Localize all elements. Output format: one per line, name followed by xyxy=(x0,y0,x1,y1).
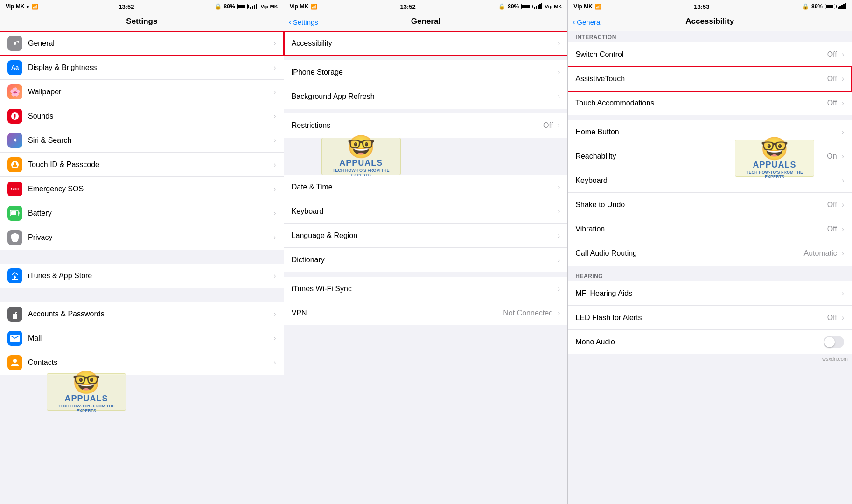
acc-item-reachability[interactable]: Reachability 🤓 APPUALS TECH HOW-TO'S FRO… xyxy=(568,144,852,168)
chevron-contacts: › xyxy=(273,358,276,367)
carrier-right-2: Vip MK xyxy=(545,4,562,9)
panel-accessibility: Vip MK 📶 13:53 🔒 89% ‹ General Accessibi… xyxy=(568,0,852,504)
chevron-ledflash: › xyxy=(842,314,844,322)
general-item-sync[interactable]: iTunes Wi-Fi Sync › xyxy=(284,277,568,301)
wallpaper-icon: 🌸 xyxy=(7,84,22,99)
status-bar-1: Vip MK ● 📶 13:52 🔒 89% Vip MK xyxy=(0,0,284,13)
nav-back-3[interactable]: ‹ General xyxy=(573,18,601,26)
monoaudio-label: Mono Audio xyxy=(575,338,824,346)
chevron-storage: › xyxy=(558,68,560,77)
carrier-1: Vip MK ● xyxy=(6,3,29,10)
gap-a1 xyxy=(568,115,852,120)
chevron-wallpaper: › xyxy=(273,88,276,96)
wallpaper-label: Wallpaper xyxy=(28,88,272,96)
back-label-3: General xyxy=(577,18,601,26)
svg-rect-11 xyxy=(539,4,541,9)
acc-item-callaudio[interactable]: Call Audio Routing Automatic › xyxy=(568,241,852,266)
display-label: Display & Brightness xyxy=(28,63,272,72)
chevron-display: › xyxy=(273,63,276,72)
settings-item-wallpaper[interactable]: 🌸 Wallpaper › xyxy=(0,80,284,104)
acc-item-homebutton[interactable]: Home Button › xyxy=(568,120,852,144)
refresh-label: Background App Refresh xyxy=(292,92,556,101)
appstore-label: iTunes & App Store xyxy=(28,272,272,280)
general-scroll[interactable]: Accessibility › iPhone Storage › Backgro… xyxy=(284,31,568,504)
chevron-mfi: › xyxy=(842,289,844,298)
acc-item-switchcontrol[interactable]: Switch Control Off › xyxy=(568,42,852,67)
svg-rect-8 xyxy=(534,7,535,9)
general-item-datetime[interactable]: Date & Time › xyxy=(284,175,568,199)
status-left-2: Vip MK 📶 xyxy=(290,3,317,10)
general-item-language[interactable]: Language & Region › xyxy=(284,224,568,248)
battery-pct-2: 89% xyxy=(508,3,519,10)
homebutton-section: Home Button › Reachability 🤓 APPUALS TEC… xyxy=(568,120,852,266)
chevron-accounts: › xyxy=(273,310,276,318)
interaction-section: Switch Control Off › AssistiveTouch Off … xyxy=(568,42,852,115)
display-section: Aa Display & Brightness › 🌸 Wallpaper › … xyxy=(0,56,284,250)
general-item-vpn[interactable]: VPN Not Connected › xyxy=(284,301,568,325)
nav-back-2[interactable]: ‹ Settings xyxy=(289,18,318,26)
toggle-knob xyxy=(824,337,835,347)
wifi-icon-1: 📶 xyxy=(32,4,38,10)
settings-item-contacts[interactable]: Contacts › xyxy=(0,350,284,375)
gap-g2 xyxy=(284,109,568,113)
chevron-touchacc: › xyxy=(842,99,844,107)
acc-item-shakeundo[interactable]: Shake to Undo Off › xyxy=(568,193,852,217)
status-right-1: 🔒 89% Vip MK xyxy=(215,3,278,10)
settings-item-sounds[interactable]: Sounds › xyxy=(0,104,284,128)
back-chevron-2: ‹ xyxy=(289,18,292,26)
general-item-dictionary[interactable]: Dictionary › xyxy=(284,248,568,272)
acc-item-ledflash[interactable]: LED Flash for Alerts Off › xyxy=(568,306,852,330)
settings-item-appstore[interactable]: iTunes & App Store › xyxy=(0,264,284,288)
chevron-siri: › xyxy=(273,136,276,145)
hearing-header: HEARING xyxy=(568,270,852,281)
settings-item-display[interactable]: Aa Display & Brightness › xyxy=(0,56,284,80)
acc-item-mfi[interactable]: MFi Hearing Aids › xyxy=(568,281,852,306)
general-item-refresh[interactable]: Background App Refresh › xyxy=(284,84,568,109)
panel-settings: Vip MK ● 📶 13:52 🔒 89% Vip MK Settings xyxy=(0,0,284,504)
chevron-mail: › xyxy=(273,334,276,343)
settings-item-touchid[interactable]: Touch ID & Passcode › xyxy=(0,153,284,177)
accessibility-label: Accessibility xyxy=(292,39,556,48)
mail-icon xyxy=(7,331,22,346)
acc-item-vibration[interactable]: Vibration Off › xyxy=(568,217,852,241)
settings-item-privacy[interactable]: Privacy › xyxy=(0,225,284,250)
switchcontrol-label: Switch Control xyxy=(575,50,827,59)
carrier-right-1: Vip MK xyxy=(261,4,278,9)
chevron-switchcontrol: › xyxy=(842,50,844,59)
settings-item-battery[interactable]: Battery › xyxy=(0,201,284,225)
back-chevron-3: ‹ xyxy=(573,18,575,26)
accounts-section: Accounts & Passwords › Mail › Cont xyxy=(0,302,284,375)
chevron-restrictions: › xyxy=(558,121,560,130)
chevron-privacy: › xyxy=(273,233,276,242)
accessibility-scroll[interactable]: INTERACTION Switch Control Off › Assisti… xyxy=(568,31,852,504)
settings-item-sos[interactable]: SOS Emergency SOS › xyxy=(0,177,284,201)
monoaudio-toggle[interactable] xyxy=(824,336,844,348)
general-item-accessibility[interactable]: Accessibility › xyxy=(284,31,568,56)
restrictions-label: Restrictions xyxy=(292,121,543,130)
settings-scroll[interactable]: General › Aa Display & Brightness › 🌸 Wa… xyxy=(0,31,284,504)
accounts-icon xyxy=(7,307,22,322)
settings-item-accounts[interactable]: Accounts & Passwords › xyxy=(0,302,284,326)
acc-item-assistivetouch[interactable]: AssistiveTouch Off › xyxy=(568,67,852,91)
lock-icon-1: 🔒 xyxy=(215,3,222,10)
signal-icon-1 xyxy=(250,3,258,10)
settings-item-siri[interactable]: ✦ Siri & Search › xyxy=(0,128,284,153)
touchacc-value: Off xyxy=(827,99,837,107)
acc-item-keyboard[interactable]: Keyboard › xyxy=(568,168,852,193)
settings-item-mail[interactable]: Mail › xyxy=(0,326,284,350)
general-item-keyboard[interactable]: Keyboard › xyxy=(284,199,568,224)
privacy-icon xyxy=(7,230,22,245)
contacts-icon xyxy=(7,355,22,370)
general-item-storage[interactable]: iPhone Storage › xyxy=(284,60,568,84)
chevron-dictionary: › xyxy=(558,256,560,264)
acc-item-monoaudio[interactable]: Mono Audio xyxy=(568,330,852,354)
language-label: Language & Region xyxy=(292,231,556,240)
sos-icon: SOS xyxy=(7,182,22,196)
reachability-value: On xyxy=(827,152,837,161)
general-item-restrictions[interactable]: Restrictions Off › xyxy=(284,113,568,138)
datetime-section: Date & Time › Keyboard › Language & Regi… xyxy=(284,175,568,272)
acc-item-touchaccommodations[interactable]: Touch Accommodations Off › xyxy=(568,91,852,115)
settings-item-general[interactable]: General › xyxy=(0,31,284,56)
touchid-icon xyxy=(7,157,22,172)
keyboard-label: Keyboard xyxy=(292,207,556,216)
